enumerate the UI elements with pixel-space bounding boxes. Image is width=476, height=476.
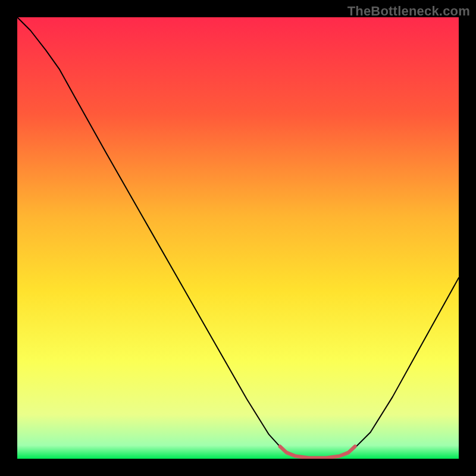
- plot-area: [17, 17, 459, 459]
- gradient-background: [17, 17, 459, 459]
- chart-container: TheBottleneck.com: [0, 0, 476, 476]
- plot-svg: [17, 17, 459, 459]
